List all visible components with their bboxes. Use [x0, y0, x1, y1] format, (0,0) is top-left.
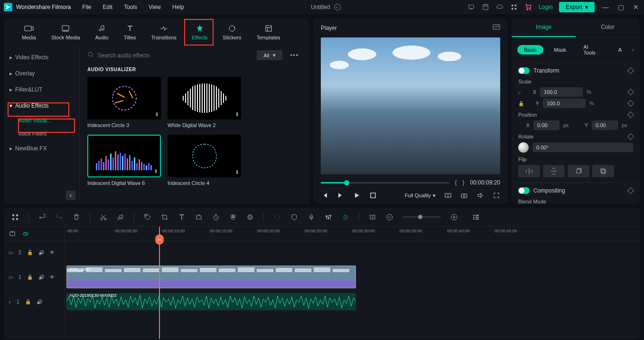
- audio-clip[interactable]: AUD-20190130-WA0003: [66, 293, 356, 310]
- stop-icon[interactable]: [369, 192, 377, 199]
- quality-dropdown[interactable]: Full Quality▾: [405, 193, 436, 199]
- more-options-icon[interactable]: •••: [287, 52, 302, 59]
- scale-x-input[interactable]: [540, 87, 583, 97]
- menu-file[interactable]: File: [82, 4, 91, 10]
- marker-icon[interactable]: [369, 214, 376, 220]
- inspector-tab-image[interactable]: Image: [512, 18, 576, 37]
- text-icon[interactable]: [178, 214, 186, 221]
- sidebar-collapse-button[interactable]: ‹: [66, 191, 75, 200]
- video-preview[interactable]: [321, 37, 500, 175]
- tab-titles[interactable]: Titles: [117, 21, 143, 43]
- rotate-input[interactable]: [532, 143, 633, 152]
- prev-frame-icon[interactable]: [321, 192, 328, 199]
- compositing-toggle[interactable]: [518, 187, 530, 194]
- play-icon[interactable]: [353, 192, 361, 199]
- rotate-knob[interactable]: [518, 142, 529, 153]
- lock-icon[interactable]: 🔓: [27, 275, 33, 280]
- shield-icon[interactable]: [290, 214, 298, 221]
- tab-stickers[interactable]: Stickers: [216, 21, 248, 43]
- tab-stock-media[interactable]: Stock Media: [45, 21, 87, 43]
- tag-icon[interactable]: [144, 214, 151, 221]
- sidebar-item-video-effects[interactable]: ▸Video Effects: [4, 49, 79, 65]
- time-ruler[interactable]: 00:0000:00:05:0000:00:10:0000:00:15:0000…: [65, 227, 640, 241]
- menu-tools[interactable]: Tools: [124, 4, 137, 10]
- track-icon[interactable]: [273, 214, 281, 221]
- search-input[interactable]: [98, 52, 252, 59]
- track-head-v2[interactable]: ▭2 🔓 🔊 👁: [4, 241, 64, 264]
- mixer-icon[interactable]: [325, 214, 332, 221]
- zoom-slider[interactable]: [403, 216, 441, 218]
- window-minimize[interactable]: —: [601, 3, 610, 11]
- keyframe-icon[interactable]: [627, 187, 634, 194]
- mark-out[interactable]: }: [463, 179, 465, 186]
- link-icon[interactable]: ⟀: [518, 90, 521, 95]
- sidebar-sub-voice-filters[interactable]: Voice Filters: [4, 127, 79, 140]
- lock-icon[interactable]: 🔓: [27, 250, 33, 255]
- subtab-mask[interactable]: Mask: [547, 45, 573, 55]
- sidebar-item-audio-effects[interactable]: ▾Audio Effects: [4, 98, 79, 114]
- copy-button[interactable]: [568, 165, 589, 177]
- device-icon[interactable]: [467, 3, 475, 11]
- magnet-icon[interactable]: [342, 214, 349, 221]
- next-frame-icon[interactable]: [337, 192, 345, 199]
- menu-help[interactable]: Help: [172, 4, 184, 10]
- filter-dropdown[interactable]: All▾: [257, 50, 282, 60]
- download-icon[interactable]: ⬇: [235, 169, 239, 175]
- cut-icon[interactable]: [100, 214, 107, 221]
- playhead-scissors-icon[interactable]: [155, 234, 164, 245]
- grid-icon[interactable]: [11, 214, 19, 221]
- tab-transitions[interactable]: Transitions: [145, 21, 183, 43]
- cloud-sync-icon[interactable]: ✓: [334, 4, 341, 10]
- track-head-v1[interactable]: ▭1 🔓 🔊 👁: [4, 264, 64, 290]
- effect-card[interactable]: ⬇ Iridescent Digital Wave 6: [87, 135, 161, 186]
- eye-icon[interactable]: 👁: [50, 275, 55, 280]
- apps-icon[interactable]: [510, 3, 518, 11]
- track-head-a1[interactable]: ♪1 🔓 🔊: [4, 290, 64, 313]
- camera-icon[interactable]: [460, 192, 468, 199]
- mute-icon[interactable]: 🔊: [38, 250, 44, 255]
- timer-icon[interactable]: [212, 214, 220, 221]
- zoom-out-icon[interactable]: [386, 214, 393, 221]
- playhead[interactable]: [159, 227, 160, 339]
- effect-card[interactable]: ⬇ White Digital Wave 2: [168, 77, 241, 128]
- link-tracks-icon[interactable]: [22, 230, 29, 237]
- compare-icon[interactable]: [444, 192, 452, 199]
- flip-horizontal-button[interactable]: [518, 165, 540, 177]
- sidebar-item-newblue[interactable]: ▸NewBlue FX: [4, 140, 79, 156]
- music-icon[interactable]: [117, 214, 124, 221]
- timeline-tracks[interactable]: 00:0000:00:05:0000:00:10:0000:00:15:0000…: [65, 227, 640, 339]
- tab-templates[interactable]: Templates: [250, 21, 287, 43]
- paste-button[interactable]: [592, 165, 614, 177]
- lock-icon[interactable]: 🔒: [518, 101, 524, 106]
- add-track-icon[interactable]: [9, 230, 16, 237]
- cloud-icon[interactable]: [496, 3, 504, 11]
- window-close[interactable]: ✕: [632, 3, 640, 11]
- color-icon[interactable]: [229, 214, 237, 221]
- download-icon[interactable]: ⬇: [235, 111, 239, 118]
- undo-icon[interactable]: [38, 214, 46, 221]
- download-icon[interactable]: ⬇: [154, 168, 158, 175]
- pos-y-input[interactable]: [592, 120, 618, 130]
- mic-icon[interactable]: [308, 214, 315, 221]
- export-button[interactable]: Export▾: [559, 2, 595, 12]
- speed-icon[interactable]: [195, 214, 203, 221]
- keyframe-icon[interactable]: [627, 111, 634, 118]
- snapshot-icon[interactable]: [493, 24, 500, 32]
- eye-icon[interactable]: 👁: [50, 250, 55, 255]
- seek-bar[interactable]: [321, 182, 449, 184]
- sidebar-sub-audio-visualizer[interactable]: Audio Visual...: [4, 114, 79, 127]
- flip-vertical-button[interactable]: [543, 165, 565, 177]
- fullscreen-icon[interactable]: [493, 192, 500, 199]
- inspector-tab-color[interactable]: Color: [576, 18, 640, 37]
- tab-audio[interactable]: Audio: [89, 21, 115, 43]
- tab-media[interactable]: Media: [15, 21, 43, 43]
- mute-icon[interactable]: 🔊: [38, 275, 44, 280]
- keyframe-icon[interactable]: [627, 89, 634, 95]
- keyframe-icon[interactable]: [627, 100, 634, 107]
- sidebar-item-filter-lut[interactable]: ▸Filter&LUT: [4, 82, 79, 98]
- lock-icon[interactable]: 🔓: [25, 299, 31, 304]
- mute-icon[interactable]: 🔊: [37, 299, 42, 304]
- keyframe-icon[interactable]: [627, 133, 634, 140]
- pos-x-input[interactable]: [533, 120, 560, 130]
- transition-icon[interactable]: [246, 214, 254, 221]
